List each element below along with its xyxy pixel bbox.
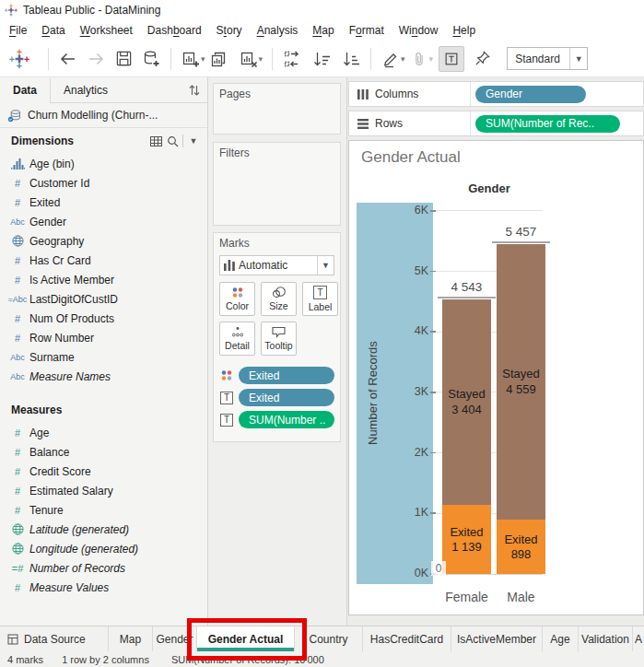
field-label: Is Active Member (29, 274, 114, 287)
field-lastdigitofcustid[interactable]: =AbcLastDigitOfCustID (0, 289, 207, 309)
field-latitude-generated-[interactable]: Latitude (generated) (0, 520, 207, 539)
duplicate-sheet-icon[interactable] (207, 47, 231, 71)
hash-icon: # (6, 486, 29, 497)
fit-selector-caret-icon[interactable]: ▼ (569, 48, 587, 69)
field-num-of-products[interactable]: #Num Of Products (0, 309, 207, 328)
field-row-number[interactable]: #Row Number (0, 328, 207, 347)
field-number-of-records[interactable]: =#Number of Records (0, 558, 207, 578)
new-data-source-icon[interactable] (139, 47, 163, 71)
menu-analysis[interactable]: Analysis (250, 23, 306, 38)
datasource-item[interactable]: Churn Modelling (Churn-... (0, 103, 207, 128)
field-label: Latitude (generated) (29, 523, 129, 536)
clear-sheet-caret-icon[interactable]: ▾ (259, 54, 263, 64)
fit-selector[interactable]: Standard ▼ (507, 47, 588, 70)
view-as-grid-icon[interactable] (147, 136, 164, 146)
dimensions-menu-caret-icon[interactable]: ▼ (185, 136, 202, 146)
menu-map[interactable]: Map (305, 23, 341, 38)
clear-sheet-icon[interactable] (237, 47, 261, 71)
sheet-tab-country[interactable]: Country (295, 626, 363, 651)
marks-button-tooltip[interactable]: Tooltip (261, 322, 297, 356)
sheet-tab-hascreditcard[interactable]: HasCreditCard (363, 626, 451, 651)
field-customer-id[interactable]: #Customer Id (0, 173, 207, 193)
swap-axes-icon[interactable] (280, 47, 304, 71)
filters-shelf[interactable]: Filters (213, 142, 341, 226)
field-balance[interactable]: #Balance (0, 442, 207, 462)
field-measure-names[interactable]: AbcMeasure Names (0, 367, 207, 386)
save-icon[interactable] (111, 47, 135, 71)
paperclip-caret-icon[interactable]: ▾ (429, 54, 434, 64)
marks-button-label[interactable]: TLabel (302, 282, 338, 316)
sheet-tab-a[interactable]: A (633, 626, 644, 651)
x-axis-category-label[interactable]: Male (486, 590, 556, 604)
find-field-icon[interactable] (164, 135, 181, 147)
tab-analytics[interactable]: Analytics (51, 77, 121, 102)
marks-pill-exited[interactable]: Exited (239, 367, 334, 384)
sheet-tab-gender[interactable]: Gender (153, 626, 197, 651)
swap-panes-icon[interactable] (189, 84, 200, 97)
sheet-tab-data-source[interactable]: Data Source (0, 626, 109, 651)
pages-shelf[interactable]: Pages (213, 83, 341, 135)
marks-button-label: Detail (225, 340, 250, 351)
menu-help[interactable]: Help (445, 23, 483, 38)
marks-pill-exited[interactable]: Exited (239, 389, 334, 406)
calc-abc-icon: =Abc (6, 295, 29, 304)
forward-arrow-icon[interactable] (84, 47, 108, 71)
sheet-tab-validation[interactable]: Validation (579, 626, 633, 651)
tab-data[interactable]: Data (0, 78, 51, 103)
main-area: Data Analytics Churn Modelling (Ch (0, 77, 644, 626)
marks-button-detail[interactable]: Detail (219, 322, 255, 356)
field-measure-values[interactable]: #Measure Values (0, 578, 207, 597)
sheet-tab-label: A (635, 633, 642, 646)
field-geography[interactable]: Geography (0, 231, 207, 251)
color-icon (231, 287, 244, 298)
sort-descending-icon[interactable] (339, 47, 363, 71)
field-tenure[interactable]: #Tenure (0, 500, 207, 520)
field-has-cr-card[interactable]: #Has Cr Card (0, 251, 207, 270)
new-worksheet-caret-icon[interactable]: ▾ (201, 54, 205, 64)
show-mark-labels-button[interactable] (439, 46, 464, 72)
field-estimated-salary[interactable]: #Estimated Salary (0, 481, 207, 500)
highlight-caret-icon[interactable]: ▾ (401, 54, 405, 64)
columns-shelf[interactable]: Columns Gender (348, 81, 644, 107)
pane-tabs: Data Analytics (0, 77, 207, 103)
menu-story[interactable]: Story (209, 23, 250, 38)
mark-type-caret-icon[interactable]: ▼ (317, 256, 334, 275)
field-exited[interactable]: #Exited (0, 193, 207, 212)
y-axis-tick-mark (430, 512, 436, 514)
sheet-tab-map[interactable]: Map (109, 626, 153, 651)
sheet-tab-gender-actual[interactable]: Gender Actual (197, 626, 295, 651)
highlight-pen-icon[interactable] (379, 47, 403, 71)
rows-pill[interactable]: SUM(Number of Rec.. (475, 115, 620, 133)
chart-plot-area: 0K1K2K3K4K5K6KExited1 139Stayed3 4044 54… (349, 141, 643, 614)
field-is-active-member[interactable]: #Is Active Member (0, 270, 207, 289)
marks-button-color[interactable]: Color (219, 282, 255, 316)
rows-shelf[interactable]: Rows SUM(Number of Rec.. (348, 111, 644, 136)
pin-icon[interactable] (470, 47, 494, 71)
paperclip-icon[interactable] (407, 47, 431, 71)
menu-data[interactable]: Data (34, 23, 72, 38)
field-longitude-generated-[interactable]: Longitude (generated) (0, 539, 207, 558)
mark-type-dropdown[interactable]: Automatic ▼ (219, 255, 334, 275)
datasource-grid-icon (7, 634, 24, 645)
sheet-tab-age[interactable]: Age (543, 626, 579, 651)
sort-ascending-icon[interactable] (310, 47, 334, 71)
menu-window[interactable]: Window (392, 23, 446, 38)
field-age[interactable]: #Age (0, 423, 207, 442)
new-worksheet-icon[interactable] (179, 47, 203, 71)
total-reference-line (492, 241, 550, 243)
menu-file[interactable]: File (2, 23, 34, 38)
columns-pill-gender[interactable]: Gender (475, 86, 586, 103)
field-credit-score[interactable]: #Credit Score (0, 462, 207, 481)
menu-dashboard[interactable]: Dashboard (140, 23, 209, 38)
menu-format[interactable]: Format (342, 23, 392, 38)
tableau-logo-icon[interactable] (9, 49, 29, 69)
sheet-tab-isactivemember[interactable]: IsActiveMember (451, 626, 543, 651)
field-gender[interactable]: AbcGender (0, 212, 207, 231)
field-age-bin-[interactable]: Age (bin) (0, 154, 207, 173)
marks-button-size[interactable]: Size (261, 282, 297, 316)
back-arrow-icon[interactable] (56, 47, 80, 71)
marks-pill-sum-number-[interactable]: SUM(Number .. (239, 411, 334, 428)
menu-worksheet[interactable]: Worksheet (73, 23, 140, 38)
field-surname[interactable]: AbcSurname (0, 347, 207, 367)
label-icon: T (219, 414, 234, 427)
